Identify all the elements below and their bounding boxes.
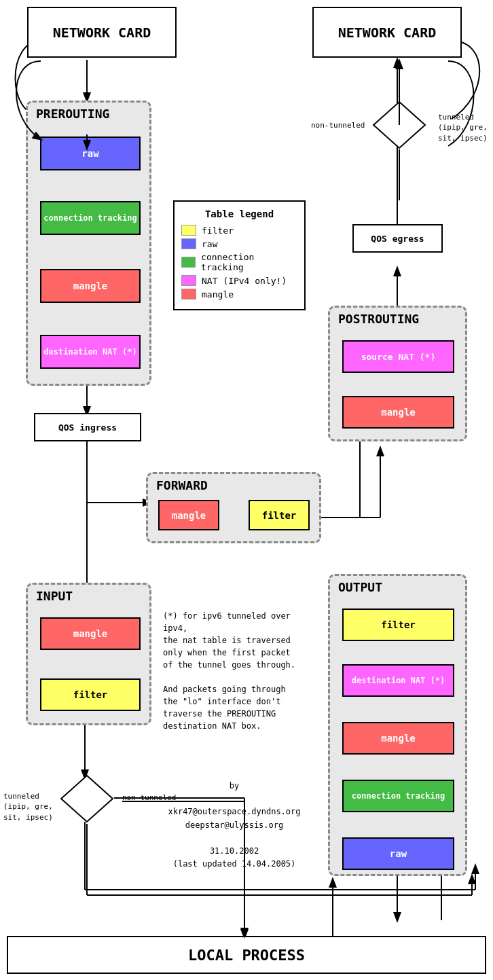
tunneled-right-label: tunneled(ipip, gre,sit, ipsec)	[438, 112, 488, 143]
forward-filter: filter	[249, 500, 310, 530]
forward-chain: FORWARD mangle filter	[146, 472, 321, 543]
local-process: LOCAL PROCESS	[7, 936, 486, 974]
legend-box: Table legend filter raw connection track…	[173, 200, 306, 310]
prerouting-raw: raw	[40, 137, 141, 170]
footnote: (*) for ipv6 tunneled over ipv4, the nat…	[163, 610, 299, 732]
output-conntrack: connection tracking	[342, 780, 454, 812]
legend-mangle-color	[181, 289, 196, 300]
legend-filter-color	[181, 225, 196, 236]
prerouting-chain: PREROUTING raw connection tracking mangl…	[26, 101, 151, 386]
prerouting-dest-nat: destination NAT (*)	[40, 335, 141, 369]
legend-filter: filter	[181, 225, 297, 236]
prerouting-mangle: mangle	[40, 269, 141, 303]
tunneled-left-label: tunneled(ipip, gre,sit, ipsec)	[3, 791, 53, 822]
output-chain: OUTPUT filter destination NAT (*) mangle…	[328, 574, 467, 876]
legend-nat: NAT (IPv4 only!)	[181, 275, 297, 286]
postrouting-title: POSTROUTING	[338, 312, 419, 326]
input-mangle: mangle	[40, 617, 141, 650]
svg-marker-29	[373, 102, 425, 148]
input-chain: INPUT mangle filter	[26, 583, 151, 725]
forward-title: FORWARD	[156, 478, 208, 492]
forward-mangle: mangle	[158, 500, 219, 530]
output-mangle: mangle	[342, 722, 454, 755]
network-card-right: NETWORK CARD	[312, 7, 462, 58]
output-title: OUTPUT	[338, 580, 382, 594]
postrouting-source-nat: source NAT (*)	[342, 340, 454, 373]
diagram: NETWORK CARD NETWORK CARD PREROUTING raw…	[0, 0, 493, 980]
diamond-left	[60, 774, 114, 823]
legend-raw: raw	[181, 238, 297, 249]
legend-conntrack: connection tracking	[181, 252, 297, 272]
non-tunneled-right-label: non-tunneled	[311, 121, 365, 130]
input-filter: filter	[40, 678, 141, 711]
svg-marker-28	[61, 776, 113, 822]
output-filter: filter	[342, 609, 454, 641]
postrouting-chain: POSTROUTING source NAT (*) mangle	[328, 306, 467, 441]
qos-ingress: QOS ingress	[34, 413, 141, 441]
prerouting-title: PREROUTING	[36, 107, 109, 121]
legend-raw-color	[181, 238, 196, 249]
legend-conntrack-color	[181, 257, 196, 268]
legend-title: Table legend	[181, 208, 297, 219]
diamond-right	[372, 101, 426, 149]
output-raw: raw	[342, 837, 454, 870]
input-title: INPUT	[36, 589, 73, 603]
legend-mangle: mangle	[181, 289, 297, 300]
prerouting-conntrack: connection tracking	[40, 201, 141, 235]
legend-nat-color	[181, 275, 196, 286]
postrouting-mangle: mangle	[342, 396, 454, 429]
output-dest-nat: destination NAT (*)	[342, 664, 454, 697]
qos-egress: QOS egress	[352, 224, 443, 253]
network-card-left: NETWORK CARD	[27, 7, 177, 58]
credit-text: by xkr47@outerspace.dyndns.org deepstar@…	[163, 780, 306, 871]
